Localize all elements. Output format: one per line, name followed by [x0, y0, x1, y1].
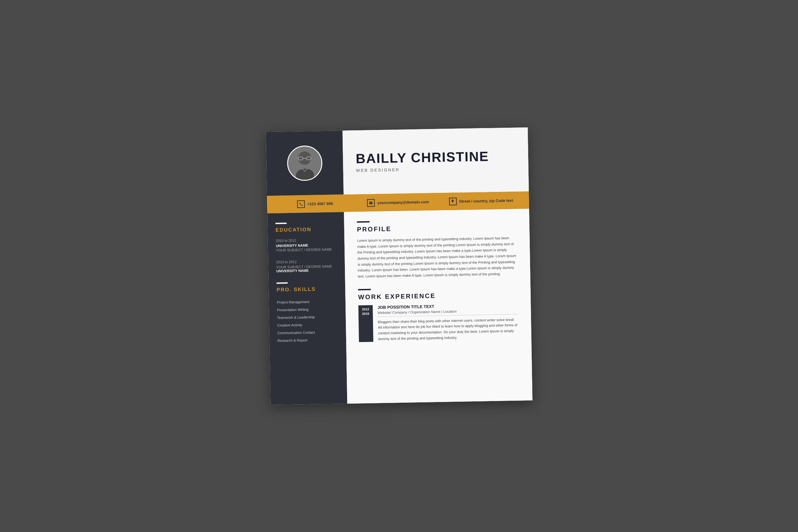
- profile-text: Lorem Ipsum is simply dummy text of the …: [357, 235, 517, 280]
- phone-icon: [297, 200, 305, 208]
- phone-text: +123 4567 896: [307, 201, 333, 206]
- education-section-bar: [275, 223, 286, 224]
- skill-5: Communication Contact: [277, 328, 338, 337]
- skill-4: Creative Activity: [277, 320, 338, 329]
- skills-section: PRO. SKILLS Project Management Presentat…: [276, 281, 338, 344]
- skills-title: PRO. SKILLS: [277, 286, 337, 292]
- skill-1: Project Management: [277, 297, 337, 306]
- education-title: EDUCATION: [275, 226, 336, 233]
- education-section: EDUCATION 2010 to 2012 UNIVERSITY NAME Y…: [275, 222, 337, 273]
- edu-item-2: 2010 to 2012 YOUR SUBJECT / DEGREE NAME …: [276, 259, 337, 273]
- profile-section: PROFILE Lorem Ipsum is simply dummy text…: [357, 218, 517, 280]
- person-title: WEB DESIGNER: [356, 165, 515, 173]
- location-icon: [449, 197, 457, 205]
- header-section: BAILLY CHRISTINE WEB DESIGNER: [266, 127, 529, 195]
- work-section-bar: [358, 289, 371, 290]
- edu-degree-1: UNIVERSITY NAME: [276, 243, 336, 247]
- right-content: PROFILE Lorem Ipsum is simply dummy text…: [344, 209, 532, 403]
- edu-year-1: 2010 to 2012: [276, 238, 336, 242]
- profile-section-bar: [357, 221, 369, 223]
- skills-section-bar: [276, 282, 287, 284]
- main-content: EDUCATION 2010 to 2012 UNIVERSITY NAME Y…: [267, 209, 532, 404]
- header-right: BAILLY CHRISTINE WEB DESIGNER: [342, 127, 529, 194]
- contact-phone: +123 4567 896: [273, 199, 356, 208]
- edu-subject-1: YOUR SUBJECT / DEGREE NAME: [276, 247, 336, 252]
- skill-2: Presentation Writing: [277, 305, 338, 314]
- job-item-1: 2012 2016 JOB POSSITION TITLE TEXT Websi…: [358, 302, 518, 342]
- work-experience-section: WORK EXPERIENCE 2012 2016 JOB POSSITION …: [358, 286, 518, 342]
- edu-subject-2: YOUR SUBJECT / DEGREE NAME: [276, 264, 337, 269]
- job-years-1: 2012 2016: [358, 305, 373, 342]
- email-icon: [367, 198, 375, 206]
- skill-3: Teamwork & Leadership: [277, 312, 338, 321]
- contact-location: Street / country, zip Code text: [439, 196, 522, 205]
- sidebar: EDUCATION 2010 to 2012 UNIVERSITY NAME Y…: [267, 212, 347, 404]
- location-text: Street / country, zip Code text: [459, 198, 513, 204]
- skills-list: Project Management Presentation Writing …: [277, 297, 338, 344]
- job-details-1: JOB POSSITION TITLE TEXT Website/ Compan…: [377, 302, 518, 342]
- header-left: [266, 131, 343, 196]
- work-title: WORK EXPERIENCE: [358, 290, 518, 301]
- avatar: [287, 145, 323, 181]
- edu-year-2: 2010 to 2012: [276, 259, 337, 264]
- profile-title: PROFILE: [357, 223, 516, 233]
- person-name: BAILLY CHRISTINE: [356, 149, 515, 166]
- job-description-1: Bloggers then share their blog posts wit…: [377, 317, 518, 342]
- edu-item-1: 2010 to 2012 UNIVERSITY NAME YOUR SUBJEC…: [276, 238, 337, 252]
- contact-email: yourcompany@domain.com: [356, 198, 439, 207]
- skill-6: Research & Report: [277, 336, 338, 344]
- email-text: yourcompany@domain.com: [377, 199, 429, 205]
- resume-page: BAILLY CHRISTINE WEB DESIGNER +123 4567 …: [266, 127, 532, 404]
